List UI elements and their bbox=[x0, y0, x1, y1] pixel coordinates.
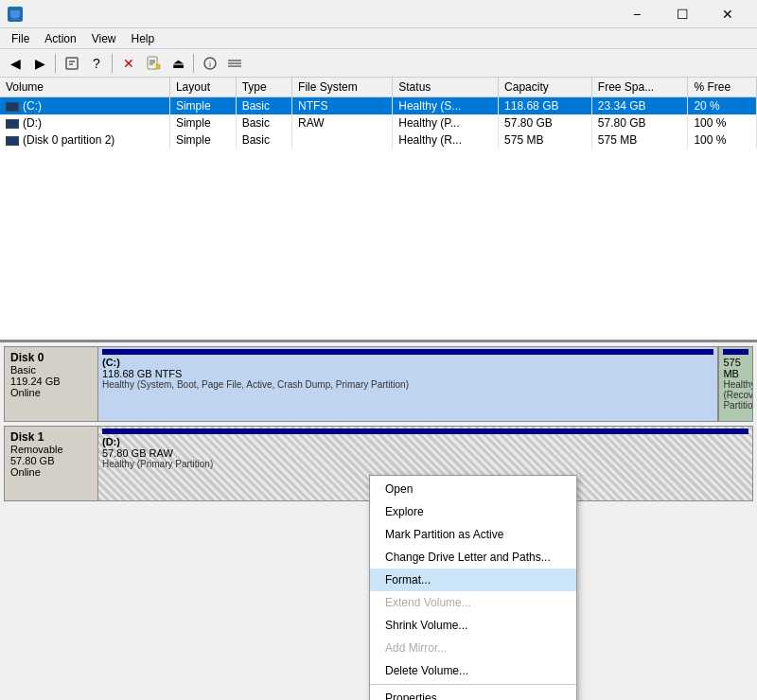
app-icon bbox=[8, 7, 23, 22]
close-button[interactable]: ✕ bbox=[706, 0, 749, 28]
table-row[interactable]: (Disk 0 partition 2) Simple Basic Health… bbox=[0, 131, 757, 149]
menu-file[interactable]: File bbox=[4, 30, 37, 47]
cell-layout: Simple bbox=[169, 97, 236, 115]
minimize-button[interactable]: − bbox=[615, 0, 659, 28]
context-menu-item-6[interactable]: Shrink Volume... bbox=[370, 614, 576, 637]
context-menu-separator bbox=[370, 684, 576, 685]
context-menu-item-2[interactable]: Mark Partition as Active bbox=[370, 523, 576, 546]
cell-pct-free: 20 % bbox=[688, 97, 757, 115]
context-menu-item-1[interactable]: Explore bbox=[370, 500, 576, 523]
settings-button[interactable] bbox=[223, 52, 246, 75]
svg-rect-2 bbox=[66, 58, 78, 69]
col-type[interactable]: Type bbox=[236, 78, 291, 97]
partition-size: 118.68 GB NTFS bbox=[102, 368, 713, 379]
context-menu-item-8[interactable]: Delete Volume... bbox=[370, 659, 576, 682]
cell-capacity: 575 MB bbox=[499, 131, 592, 149]
toolbar-separator-1 bbox=[55, 54, 57, 73]
disk-label-1: Disk 1 Removable 57.80 GB Online bbox=[4, 426, 98, 501]
partition-block-0-0[interactable]: (C:) 118.68 GB NTFS Healthy (System, Boo… bbox=[98, 347, 719, 421]
menu-bar: File Action View Help bbox=[0, 28, 757, 49]
svg-rect-0 bbox=[10, 10, 20, 17]
main-content: Volume Layout Type File System Status Ca… bbox=[0, 78, 757, 700]
partition-label: (D:) bbox=[102, 436, 748, 447]
menu-view[interactable]: View bbox=[84, 30, 124, 47]
back-button[interactable]: ◀ bbox=[4, 52, 26, 75]
disk-status: Online bbox=[10, 466, 92, 478]
col-volume[interactable]: Volume bbox=[0, 78, 169, 97]
wizard-button[interactable]: i bbox=[199, 52, 221, 75]
cell-type: Basic bbox=[236, 114, 291, 131]
col-filesystem[interactable]: File System bbox=[292, 78, 393, 97]
cell-volume: (C:) bbox=[0, 97, 169, 115]
menu-action[interactable]: Action bbox=[37, 30, 83, 47]
table-row[interactable]: (D:) Simple Basic RAW Healthy (P... 57.8… bbox=[0, 114, 757, 131]
cell-type: Basic bbox=[236, 131, 291, 149]
disk-name: Disk 1 bbox=[10, 430, 92, 444]
svg-rect-12 bbox=[228, 60, 241, 61]
context-menu-item-0[interactable]: Open bbox=[370, 478, 576, 500]
cell-status: Healthy (P... bbox=[393, 114, 499, 131]
cell-free-space: 575 MB bbox=[591, 131, 688, 149]
disk-type: Basic bbox=[10, 364, 92, 376]
cell-free-space: 23.34 GB bbox=[591, 97, 688, 115]
context-menu-item-3[interactable]: Change Drive Letter and Paths... bbox=[370, 546, 576, 569]
col-status[interactable]: Status bbox=[393, 78, 499, 97]
svg-rect-1 bbox=[12, 17, 18, 19]
context-menu-item-9[interactable]: Properties bbox=[370, 687, 576, 700]
cell-pct-free: 100 % bbox=[688, 114, 757, 131]
cell-volume: (Disk 0 partition 2) bbox=[0, 131, 169, 149]
delete-button[interactable]: ✕ bbox=[117, 52, 140, 75]
volume-icon bbox=[6, 102, 19, 112]
col-free-space[interactable]: Free Spa... bbox=[591, 78, 688, 97]
cell-status: Healthy (S... bbox=[393, 97, 499, 115]
partition-size: 575 MB bbox=[723, 357, 748, 379]
partition-block-0-1[interactable]: 575 MB Healthy (Recovery Partition) bbox=[719, 347, 752, 421]
forward-button[interactable]: ▶ bbox=[28, 52, 51, 75]
cell-status: Healthy (R... bbox=[393, 131, 499, 149]
partition-info: Healthy (Recovery Partition) bbox=[723, 379, 748, 411]
partition-label: (C:) bbox=[102, 357, 713, 368]
window-controls: − ☐ ✕ bbox=[615, 0, 749, 28]
col-pct-free[interactable]: % Free bbox=[688, 78, 757, 97]
disk-partitions-0: (C:) 118.68 GB NTFS Healthy (System, Boo… bbox=[98, 346, 753, 422]
cell-capacity: 57.80 GB bbox=[499, 114, 592, 131]
col-layout[interactable]: Layout bbox=[169, 78, 236, 97]
maximize-button[interactable]: ☐ bbox=[660, 0, 704, 28]
format-toolbar-button[interactable] bbox=[142, 52, 165, 75]
disk-label-0: Disk 0 Basic 119.24 GB Online bbox=[4, 346, 98, 422]
col-capacity[interactable]: Capacity bbox=[499, 78, 592, 97]
svg-rect-14 bbox=[228, 65, 241, 67]
volume-icon bbox=[6, 136, 19, 146]
cell-volume: (D:) bbox=[0, 114, 169, 131]
table-row[interactable]: (C:) Simple Basic NTFS Healthy (S... 118… bbox=[0, 97, 757, 115]
toolbar-separator-3 bbox=[193, 54, 195, 73]
cell-filesystem: NTFS bbox=[292, 97, 393, 115]
toolbar-separator-2 bbox=[112, 54, 114, 73]
toolbar: ◀ ▶ ? ✕ ⏏ i bbox=[0, 49, 757, 78]
disk-type: Removable bbox=[10, 444, 92, 455]
context-menu-item-4[interactable]: Format... bbox=[370, 569, 576, 591]
help-button[interactable]: ? bbox=[85, 52, 108, 75]
cell-filesystem: RAW bbox=[292, 114, 393, 131]
svg-text:i: i bbox=[209, 60, 211, 69]
context-menu-item-5: Extend Volume... bbox=[370, 591, 576, 614]
disk-size: 57.80 GB bbox=[10, 455, 92, 466]
properties-button[interactable] bbox=[61, 52, 83, 75]
disk-size: 119.24 GB bbox=[10, 376, 92, 387]
partition-top-bar bbox=[102, 429, 748, 434]
eject-button[interactable]: ⏏ bbox=[167, 52, 189, 75]
volume-icon bbox=[6, 119, 19, 129]
cell-free-space: 57.80 GB bbox=[591, 114, 688, 131]
partition-top-bar bbox=[723, 349, 748, 355]
context-menu: OpenExploreMark Partition as ActiveChang… bbox=[369, 475, 577, 700]
partition-info: Healthy (Primary Partition) bbox=[102, 459, 748, 469]
menu-help[interactable]: Help bbox=[124, 30, 163, 47]
disk-name: Disk 0 bbox=[10, 351, 92, 364]
table-header-row: Volume Layout Type File System Status Ca… bbox=[0, 78, 757, 97]
partition-top-bar bbox=[102, 349, 713, 355]
cell-pct-free: 100 % bbox=[688, 131, 757, 149]
svg-rect-13 bbox=[228, 62, 241, 64]
cell-layout: Simple bbox=[169, 131, 236, 149]
cell-layout: Simple bbox=[169, 114, 236, 131]
disk-status: Online bbox=[10, 387, 92, 398]
